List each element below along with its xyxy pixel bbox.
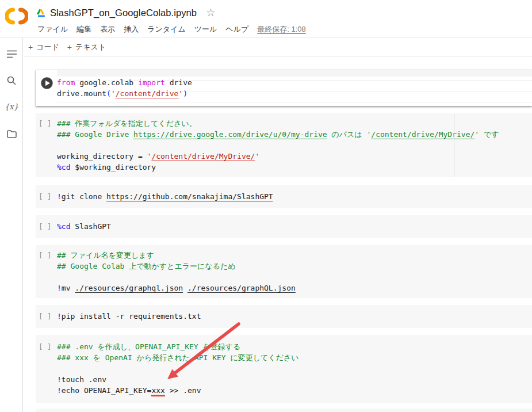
cell-code[interactable]: ### .env を作成し、OPENAI_API_KEY を登録する### xx… — [57, 335, 532, 403]
star-icon[interactable]: ☆ — [206, 7, 215, 18]
files-icon[interactable] — [0, 125, 23, 143]
cell-run-gutter[interactable] — [36, 70, 57, 106]
app-header: SlashGPT_on_GoogleColab.ipynb ☆ ファイル編集表示… — [0, 0, 532, 37]
code-line: ### xxx を OpenAI から発行された API KEY に変更してくだ… — [57, 352, 532, 363]
menu-item-3[interactable]: 挿入 — [124, 24, 139, 35]
add-text-label: テキスト — [75, 42, 106, 52]
code-cell-2[interactable]: [ ]!git clone https://github.com/snakaji… — [36, 185, 532, 208]
plus-icon: + — [67, 43, 72, 52]
code-token: >> .env — [165, 386, 201, 395]
code-line: %cd SlashGPT — [57, 221, 532, 232]
execution-count-placeholder[interactable]: [ ] — [39, 312, 52, 321]
last-saved-link[interactable]: 最終保存: 1:08 — [257, 24, 306, 35]
code-line — [57, 272, 532, 283]
search-icon[interactable] — [0, 72, 23, 89]
code-token: google.colab — [75, 78, 138, 87]
code-token: from — [57, 78, 75, 87]
cell-code[interactable]: %cd SlashGPT — [57, 215, 532, 238]
menu-item-6[interactable]: ヘルプ — [225, 24, 248, 35]
code-token: ### xxx を OpenAI から発行された API KEY に変更してくだ… — [57, 353, 299, 362]
code-line: working_directory = '/content/drive/MyDr… — [57, 151, 532, 162]
code-line: ### Google Drive https://drive.google.co… — [57, 129, 532, 140]
menu-item-1[interactable]: 編集 — [76, 24, 91, 35]
code-token: mv — [62, 284, 75, 292]
cell-code[interactable] — [57, 409, 532, 412]
code-token: ( — [106, 89, 111, 98]
cell-gutter[interactable]: [ ] — [36, 245, 57, 298]
cell-gutter[interactable]: [ ] — [36, 185, 57, 208]
code-token: ### .env を作成し、OPENAI_API_KEY を登録する — [57, 342, 240, 351]
google-drive-icon — [37, 9, 47, 17]
code-cell-0[interactable]: from google.colab import drivedrive.moun… — [36, 70, 532, 106]
code-token: /content/drive/MyDrive/ — [371, 130, 474, 139]
cell-gutter — [36, 409, 57, 412]
code-token: ## Google Colab 上で動かすとエラーになるため — [57, 262, 236, 270]
execution-count-placeholder[interactable]: [ ] — [39, 342, 52, 351]
menu-item-4[interactable]: ランタイム — [147, 24, 186, 35]
cell-gutter[interactable]: [ ] — [36, 305, 57, 328]
menu-item-0[interactable]: ファイル — [37, 24, 68, 35]
code-token: touch .env — [62, 375, 106, 384]
cell-code[interactable]: !git clone https://github.com/snakajima/… — [57, 185, 532, 208]
code-token: drive.mount — [57, 89, 106, 98]
code-token: /content/drive — [116, 89, 179, 98]
code-token — [183, 284, 187, 292]
cell-code[interactable]: !pip install -r requirements.txt — [57, 305, 532, 328]
code-line — [57, 140, 532, 151]
code-token: のパスは ' — [327, 130, 372, 139]
colab-logo-icon[interactable] — [5, 5, 28, 27]
cell-gutter[interactable]: [ ] — [36, 113, 57, 177]
code-token: ./resources/graphql.json — [75, 284, 183, 292]
code-cell-7[interactable] — [36, 409, 532, 412]
table-of-contents-icon[interactable] — [0, 45, 23, 63]
code-cell-4[interactable]: [ ]## ファイル名を変更します## Google Colab 上で動かすとエ… — [36, 245, 532, 298]
code-token: echo OPENAI_API_KEY= — [62, 386, 152, 395]
cell-code[interactable]: from google.colab import drivedrive.moun… — [57, 70, 532, 106]
code-token: git clone — [62, 192, 106, 201]
code-line — [57, 363, 532, 374]
code-line: !pip install -r requirements.txt — [57, 311, 532, 322]
execution-count-placeholder[interactable]: [ ] — [39, 222, 52, 231]
code-cell-6[interactable]: [ ]### .env を作成し、OPENAI_API_KEY を登録する###… — [36, 335, 532, 403]
add-code-label: コード — [36, 42, 59, 52]
code-line: ### 作業フォルダを指定してください。 — [57, 118, 532, 129]
notebook: from google.colab import drivedrive.moun… — [23, 56, 532, 412]
left-sidebar: {x} — [0, 38, 23, 412]
code-token: $working_directory — [70, 163, 156, 171]
run-cell-button[interactable] — [40, 77, 53, 90]
execution-count-placeholder[interactable]: [ ] — [39, 192, 52, 201]
code-token: %cd — [57, 222, 70, 231]
code-token: ### Google Drive — [57, 130, 133, 139]
code-line: !echo OPENAI_API_KEY=xxx >> .env — [57, 385, 532, 396]
code-token: ' です — [474, 130, 499, 139]
code-cell-1[interactable]: [ ]### 作業フォルダを指定してください。### Google Drive … — [36, 113, 532, 177]
code-line: from google.colab import drive — [57, 77, 532, 88]
menu-item-5[interactable]: ツール — [194, 24, 217, 35]
code-token: ' — [178, 89, 183, 98]
cell-gutter[interactable]: [ ] — [36, 215, 57, 238]
notebook-title[interactable]: SlashGPT_on_GoogleColab.ipynb — [50, 7, 197, 18]
menu-bar: ファイル編集表示挿入ランタイムツールヘルプ最終保存: 1:08 — [37, 23, 306, 36]
code-line: !mv ./resources/graphql.json ./resources… — [57, 283, 532, 293]
cell-code[interactable]: ### 作業フォルダを指定してください。### Google Drive htt… — [57, 113, 532, 177]
code-cell-5[interactable]: [ ]!pip install -r requirements.txt — [36, 305, 532, 328]
code-cell-3[interactable]: [ ]%cd SlashGPT — [36, 215, 532, 238]
execution-count-placeholder[interactable]: [ ] — [39, 119, 52, 128]
code-token: drive — [165, 78, 192, 87]
code-token: ./resources/graphQL.json — [187, 284, 296, 292]
cell-code[interactable]: ## ファイル名を変更します## Google Colab 上で動かすとエラーに… — [57, 245, 532, 298]
column-ruler — [454, 113, 454, 177]
execution-count-placeholder[interactable]: [ ] — [39, 251, 52, 260]
menu-item-2[interactable]: 表示 — [100, 24, 115, 35]
code-token: ! — [57, 386, 62, 395]
code-token: ! — [57, 192, 62, 201]
add-code-button[interactable]: + コード — [28, 42, 59, 52]
code-line: %cd $working_directory — [57, 162, 532, 173]
code-token: https://github.com/snakajima/SlashGPT — [106, 192, 273, 201]
code-token: ) — [183, 89, 187, 98]
add-text-button[interactable]: + テキスト — [67, 42, 106, 52]
code-token: ### 作業フォルダを指定してください。 — [57, 119, 197, 128]
code-token: pip install -r requirements.txt — [62, 312, 201, 321]
variables-icon[interactable]: {x} — [0, 98, 23, 115]
cell-gutter[interactable]: [ ] — [36, 335, 57, 403]
